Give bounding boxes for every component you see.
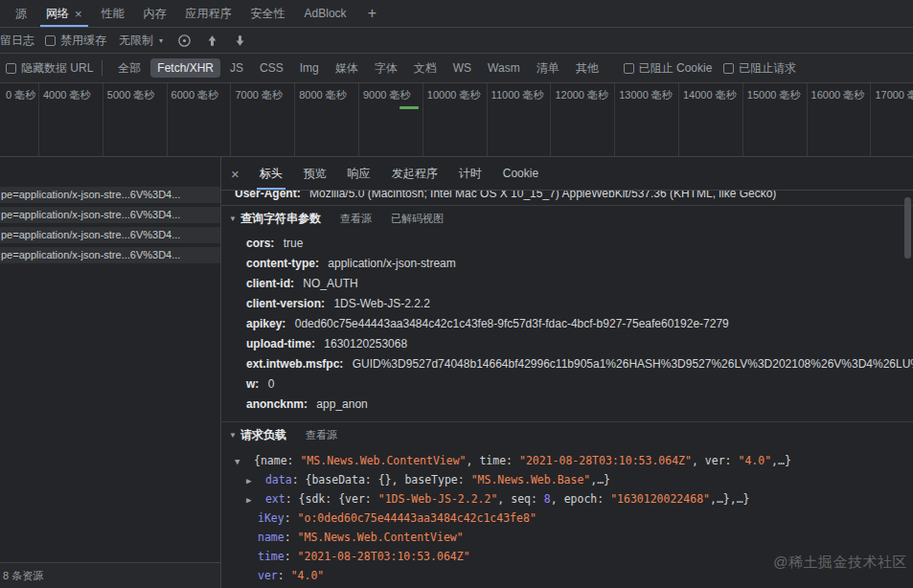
param-key: apikey:	[246, 317, 285, 330]
timeline-tick-label: 13000 毫秒	[619, 88, 673, 102]
filter-type-pill[interactable]: Img	[293, 58, 326, 78]
payload-segment: ,…}	[590, 473, 610, 486]
payload-segment: : {	[325, 492, 345, 506]
payload-segment: "4.0"	[291, 569, 325, 582]
payload-segment: "MS.News.Web.Base"	[471, 473, 591, 486]
main-tab-label: 源	[15, 6, 27, 22]
filter-type-pill[interactable]: 字体	[368, 57, 404, 79]
payload-row[interactable]: ▶ ext: {sdk: {ver: "1DS-Web-JS-2.2.2", s…	[221, 489, 913, 509]
main-tab[interactable]: AdBlock	[295, 0, 356, 27]
timeline-tick: 6000 毫秒	[167, 83, 168, 156]
filter-bar-right: 已阻止 Cookie 已阻止请求	[624, 60, 797, 77]
details-tab[interactable]: 标头	[249, 157, 293, 190]
expand-arrow-icon[interactable]: ▶	[246, 490, 259, 509]
main-tab-label: 网络	[46, 6, 69, 22]
timeline-tick: 7000 毫秒	[230, 83, 231, 156]
timeline-tick: 11000 毫秒	[487, 83, 488, 156]
filter-type-pill[interactable]: JS	[223, 58, 250, 78]
timeline-tick-label: 15000 毫秒	[747, 88, 801, 102]
timeline-overview[interactable]: 0 毫秒 4000 毫秒 5000 毫秒 6000 毫秒 7000 毫秒 800…	[0, 83, 913, 157]
payload-segment: "1630120022468"	[610, 492, 710, 506]
payload-row[interactable]: ▶ data: {baseData: {}, baseType: "MS.New…	[221, 470, 913, 489]
timeline-tick-label: 9000 毫秒	[363, 88, 411, 102]
details-tab[interactable]: 预览	[293, 157, 337, 190]
throttling-select[interactable]: 无限制 ▾	[117, 33, 165, 49]
payload-row[interactable]: ▼ {name: "MS.News.Web.ContentView", time…	[221, 451, 913, 470]
param-value: 0	[268, 377, 275, 391]
payload-segment: time	[479, 454, 506, 467]
payload-section-header[interactable]: ▼ 请求负载 查看源	[221, 421, 913, 447]
payload-segment: ,	[467, 454, 480, 467]
query-params-title: 查询字符串参数	[240, 211, 321, 227]
details-content: User-Agent: Mozilla/5.0 (Macintosh; Inte…	[221, 191, 913, 588]
payload-segment: :	[287, 454, 301, 467]
close-tab-icon[interactable]: ×	[75, 7, 82, 21]
collapse-triangle-icon: ▼	[229, 431, 240, 440]
payload-segment: "MS.News.Web.ContentView"	[300, 454, 466, 467]
payload-segment: "4.0"	[738, 454, 771, 467]
payload-segment: :	[285, 492, 299, 506]
payload-row[interactable]: name: "MS.News.Web.ContentView"	[221, 528, 913, 547]
details-tab[interactable]: 发起程序	[381, 157, 448, 190]
hide-data-urls-checkbox[interactable]: 隐藏数据 URL	[6, 60, 93, 77]
view-source-link[interactable]: 查看源	[340, 212, 372, 226]
timeline-tick: 9000 毫秒	[358, 83, 359, 156]
query-param-row: w: 0	[221, 374, 913, 395]
close-details-icon[interactable]: ×	[225, 166, 249, 182]
blocked-requests-checkbox[interactable]: 已阻止请求	[723, 60, 796, 77]
payload-segment: seq	[511, 492, 531, 506]
filter-type-pill[interactable]: 清单	[530, 57, 566, 79]
blocked-cookies-label: 已阻止 Cookie	[639, 60, 713, 77]
param-value: 1DS-Web-JS-2.2.2	[333, 297, 429, 310]
user-agent-key: User-Agent:	[235, 191, 301, 200]
main-tab-label: 内存	[144, 6, 167, 22]
main-tab[interactable]: 应用程序	[176, 0, 241, 27]
filter-type-pill[interactable]: Fetch/XHR	[150, 58, 220, 78]
network-conditions-icon[interactable]	[175, 32, 193, 49]
main-tab[interactable]: 网络 ×	[36, 0, 92, 27]
payload-segment: ,	[551, 492, 564, 506]
query-params-section-header[interactable]: ▼ 查询字符串参数 查看源 已解码视图	[221, 206, 913, 232]
import-har-icon[interactable]	[203, 32, 220, 49]
disable-cache-checkbox[interactable]: 禁用缓存	[45, 33, 106, 49]
timeline-tick-label: 17000 毫秒	[875, 88, 913, 102]
request-row[interactable]: pe=application/x-json-stre...6V%3D4...	[0, 247, 220, 263]
request-row[interactable]: pe=application/x-json-stre...6V%3D4...	[0, 187, 220, 203]
filter-type-pill[interactable]: 文档	[407, 57, 444, 79]
main-tab[interactable]: 内存	[134, 0, 176, 27]
payload-segment: ,…},…}	[710, 492, 750, 506]
payload-segment: :	[278, 569, 291, 582]
request-row[interactable]: pe=application/x-json-stre...6V%3D4...	[0, 207, 220, 223]
blocked-cookies-checkbox[interactable]: 已阻止 Cookie	[624, 60, 713, 77]
filter-type-pill[interactable]: 全部	[111, 57, 148, 79]
timeline-tick-label: 12000 毫秒	[555, 88, 608, 102]
main-tab[interactable]: 性能	[92, 0, 134, 27]
payload-row[interactable]: iKey: "o:0ded60c75e44443aa3484c42c1c43fe…	[221, 509, 913, 528]
filter-type-pill[interactable]: 媒体	[329, 57, 365, 79]
details-tab[interactable]: 响应	[337, 157, 381, 190]
details-tab[interactable]: Cookie	[492, 157, 549, 190]
request-row[interactable]: pe=application/x-json-stre...6V%3D4...	[0, 227, 220, 243]
add-panel-button[interactable]: +	[356, 0, 388, 27]
main-tab-label: 性能	[102, 6, 125, 22]
expand-arrow-icon[interactable]: ▼	[235, 452, 247, 470]
filter-type-pill[interactable]: Wasm	[481, 58, 527, 78]
main-tab[interactable]: 源	[6, 0, 36, 27]
payload-view-source-link[interactable]: 查看源	[306, 428, 337, 442]
throttling-value: 无限制	[119, 33, 153, 49]
decoded-view-link[interactable]: 已解码视图	[391, 212, 444, 226]
payload-segment: name	[261, 454, 287, 467]
main-tab[interactable]: 安全性	[241, 0, 295, 27]
checkbox-icon	[45, 35, 56, 46]
export-har-icon[interactable]	[231, 32, 248, 49]
payload-segment: name	[258, 531, 285, 544]
filter-type-pill[interactable]: 其他	[569, 57, 605, 79]
filter-type-pill[interactable]: WS	[446, 58, 478, 78]
details-tab[interactable]: 计时	[448, 157, 492, 190]
expand-arrow-icon[interactable]: ▶	[246, 471, 259, 489]
scrollbar-thumb[interactable]	[904, 197, 911, 259]
param-key: w:	[246, 377, 259, 391]
filter-type-pill[interactable]: CSS	[253, 58, 290, 78]
payload-segment: :	[365, 492, 378, 506]
payload-segment: ,	[692, 454, 705, 467]
